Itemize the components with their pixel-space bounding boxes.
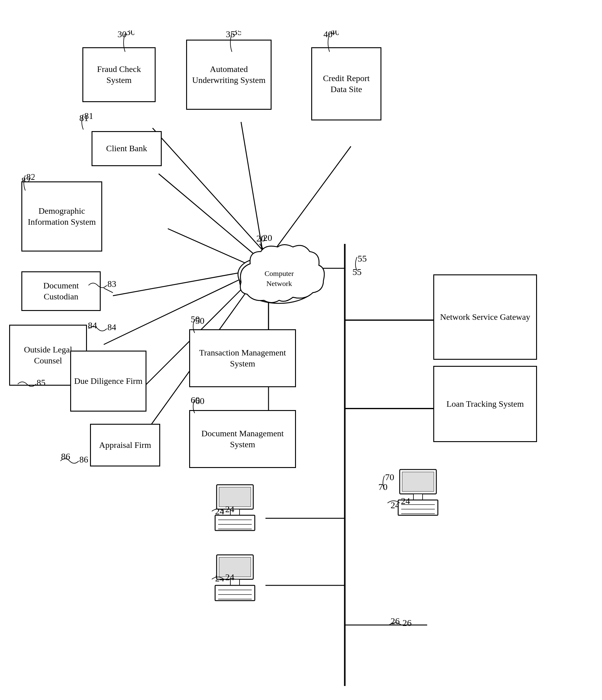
tick-70: 70 [378, 474, 395, 493]
credit-report-box: Credit Report Data Site [311, 47, 381, 120]
tick-81: 81 [76, 113, 93, 133]
tick-30: 30 [116, 30, 134, 57]
svg-text:81: 81 [84, 113, 93, 121]
svg-text:20: 20 [263, 235, 272, 243]
due-diligence-label: Due Diligence Firm [74, 376, 143, 386]
svg-text:70: 70 [385, 474, 394, 482]
client-bank-label: Client Bank [106, 143, 147, 154]
computer-network-cloud: Computer Network [232, 241, 327, 312]
fraud-check-label: Fraud Check System [86, 64, 152, 86]
tick-83: 83 [89, 279, 116, 292]
svg-text:40: 40 [330, 30, 339, 37]
demographic-label: Demographic Information System [25, 205, 98, 228]
document-mgmt-label: Document Management System [193, 428, 292, 450]
tick-82: 82 [18, 174, 34, 194]
svg-text:35: 35 [233, 30, 241, 37]
network-service-box: Network Service Gateway [433, 274, 537, 360]
svg-rect-38 [215, 585, 255, 601]
tick-55: 55 [351, 255, 368, 274]
label-24c: 24 [387, 495, 410, 510]
svg-line-3 [274, 146, 351, 250]
svg-line-6 [113, 271, 247, 296]
label-26: 26 [389, 617, 412, 632]
svg-text:50: 50 [195, 318, 204, 326]
label-24b: 24 [212, 572, 235, 586]
svg-line-1 [152, 128, 262, 250]
tick-84: 84 [89, 323, 116, 335]
svg-text:55: 55 [358, 255, 367, 264]
appraisal-firm-box: Appraisal Firm [90, 424, 160, 467]
tick-86: 86 [61, 455, 88, 468]
tick-20: 20 [256, 235, 273, 254]
loan-tracking-box: Loan Tracking System [433, 366, 537, 442]
label-24a: 24 [212, 504, 235, 518]
tick-50: 50 [189, 318, 206, 336]
svg-text:85: 85 [37, 378, 45, 388]
svg-text:86: 86 [79, 455, 88, 464]
svg-line-2 [241, 122, 262, 250]
svg-text:60: 60 [195, 398, 204, 406]
document-custodian-label: Document Custodian [25, 280, 97, 302]
svg-rect-44 [413, 494, 423, 500]
automated-underwriting-label: Automated Underwriting System [190, 64, 268, 86]
diagram-container: 30 35 40 81 82 83 84 85 86 20 50 60 55 7… [0, 0, 602, 700]
document-mgmt-box: Document Management System [189, 410, 296, 468]
svg-text:24: 24 [225, 572, 234, 582]
svg-text:24: 24 [225, 504, 234, 514]
appraisal-firm-label: Appraisal Firm [99, 440, 151, 451]
transaction-mgmt-label: Transaction Management System [193, 347, 292, 370]
svg-text:26: 26 [403, 618, 412, 628]
loan-tracking-label: Loan Tracking System [447, 398, 524, 409]
tick-85: 85 [18, 378, 45, 391]
svg-text:84: 84 [107, 323, 116, 332]
computer-terminal-3 [396, 467, 446, 520]
svg-text:83: 83 [107, 279, 116, 289]
credit-report-label: Credit Report Data Site [315, 73, 378, 95]
svg-text:30: 30 [126, 30, 134, 37]
svg-text:82: 82 [26, 174, 34, 182]
svg-rect-43 [402, 472, 434, 492]
tick-40: 40 [320, 30, 339, 57]
svg-text:24: 24 [401, 496, 410, 506]
tick-35: 35 [223, 30, 241, 57]
client-bank-box: Client Bank [92, 131, 162, 166]
svg-text:Computer: Computer [265, 270, 294, 277]
transaction-mgmt-box: Transaction Management System [189, 329, 296, 387]
due-diligence-box: Due Diligence Firm [70, 351, 146, 411]
network-service-label: Network Service Gateway [440, 311, 530, 323]
tick-60: 60 [189, 398, 206, 417]
svg-text:Network: Network [266, 280, 292, 288]
